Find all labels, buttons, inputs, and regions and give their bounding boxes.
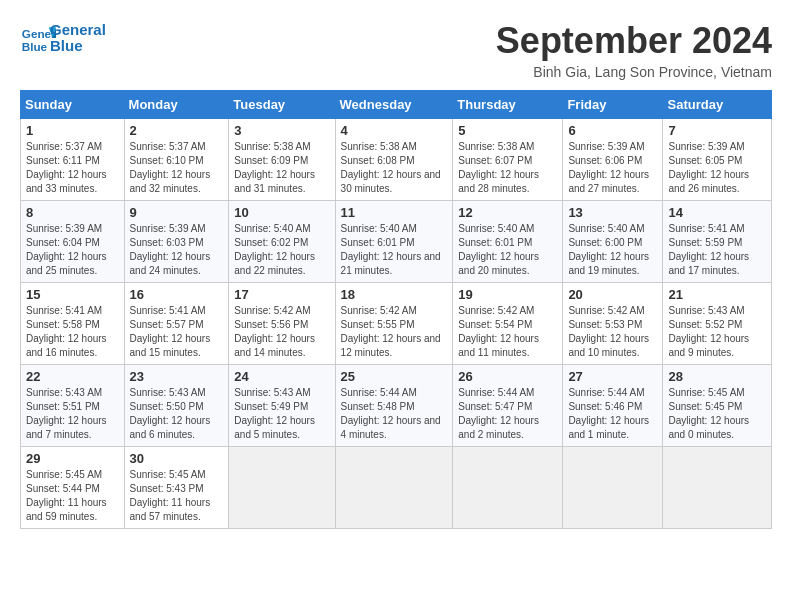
calendar-cell: 21 Sunrise: 5:43 AMSunset: 5:52 PMDaylig… (663, 283, 772, 365)
day-number: 23 (130, 369, 224, 384)
calendar-cell (453, 447, 563, 529)
day-info: Sunrise: 5:40 AMSunset: 6:00 PMDaylight:… (568, 223, 649, 276)
day-number: 7 (668, 123, 766, 138)
calendar-cell: 24 Sunrise: 5:43 AMSunset: 5:49 PMDaylig… (229, 365, 335, 447)
day-number: 17 (234, 287, 329, 302)
calendar-cell: 27 Sunrise: 5:44 AMSunset: 5:46 PMDaylig… (563, 365, 663, 447)
day-info: Sunrise: 5:39 AMSunset: 6:04 PMDaylight:… (26, 223, 107, 276)
day-number: 20 (568, 287, 657, 302)
calendar-week-row: 15 Sunrise: 5:41 AMSunset: 5:58 PMDaylig… (21, 283, 772, 365)
svg-text:Blue: Blue (22, 40, 48, 53)
calendar-cell: 20 Sunrise: 5:42 AMSunset: 5:53 PMDaylig… (563, 283, 663, 365)
day-info: Sunrise: 5:42 AMSunset: 5:55 PMDaylight:… (341, 305, 441, 358)
day-info: Sunrise: 5:40 AMSunset: 6:01 PMDaylight:… (341, 223, 441, 276)
day-number: 24 (234, 369, 329, 384)
day-info: Sunrise: 5:45 AMSunset: 5:45 PMDaylight:… (668, 387, 749, 440)
day-number: 19 (458, 287, 557, 302)
day-header-sunday: Sunday (21, 91, 125, 119)
page-header: General Blue General Blue September 2024… (20, 20, 772, 80)
calendar-cell (335, 447, 453, 529)
day-number: 28 (668, 369, 766, 384)
day-info: Sunrise: 5:42 AMSunset: 5:53 PMDaylight:… (568, 305, 649, 358)
day-info: Sunrise: 5:38 AMSunset: 6:07 PMDaylight:… (458, 141, 539, 194)
day-info: Sunrise: 5:41 AMSunset: 5:59 PMDaylight:… (668, 223, 749, 276)
day-number: 27 (568, 369, 657, 384)
calendar-cell: 25 Sunrise: 5:44 AMSunset: 5:48 PMDaylig… (335, 365, 453, 447)
calendar-cell: 12 Sunrise: 5:40 AMSunset: 6:01 PMDaylig… (453, 201, 563, 283)
day-number: 9 (130, 205, 224, 220)
day-number: 30 (130, 451, 224, 466)
day-info: Sunrise: 5:43 AMSunset: 5:52 PMDaylight:… (668, 305, 749, 358)
day-number: 4 (341, 123, 448, 138)
day-info: Sunrise: 5:45 AMSunset: 5:44 PMDaylight:… (26, 469, 107, 522)
calendar-cell: 10 Sunrise: 5:40 AMSunset: 6:02 PMDaylig… (229, 201, 335, 283)
calendar-cell: 18 Sunrise: 5:42 AMSunset: 5:55 PMDaylig… (335, 283, 453, 365)
day-number: 29 (26, 451, 119, 466)
day-info: Sunrise: 5:40 AMSunset: 6:01 PMDaylight:… (458, 223, 539, 276)
day-info: Sunrise: 5:45 AMSunset: 5:43 PMDaylight:… (130, 469, 211, 522)
logo-line1: General (50, 22, 106, 39)
calendar-cell (229, 447, 335, 529)
month-title: September 2024 (496, 20, 772, 62)
day-number: 5 (458, 123, 557, 138)
calendar-cell: 19 Sunrise: 5:42 AMSunset: 5:54 PMDaylig… (453, 283, 563, 365)
day-header-thursday: Thursday (453, 91, 563, 119)
day-header-monday: Monday (124, 91, 229, 119)
calendar-cell (663, 447, 772, 529)
calendar-cell: 22 Sunrise: 5:43 AMSunset: 5:51 PMDaylig… (21, 365, 125, 447)
calendar-week-row: 29 Sunrise: 5:45 AMSunset: 5:44 PMDaylig… (21, 447, 772, 529)
calendar-header-row: SundayMondayTuesdayWednesdayThursdayFrid… (21, 91, 772, 119)
calendar-cell: 13 Sunrise: 5:40 AMSunset: 6:00 PMDaylig… (563, 201, 663, 283)
calendar-cell (563, 447, 663, 529)
day-info: Sunrise: 5:41 AMSunset: 5:57 PMDaylight:… (130, 305, 211, 358)
day-number: 10 (234, 205, 329, 220)
day-info: Sunrise: 5:43 AMSunset: 5:49 PMDaylight:… (234, 387, 315, 440)
calendar-cell: 4 Sunrise: 5:38 AMSunset: 6:08 PMDayligh… (335, 119, 453, 201)
day-info: Sunrise: 5:38 AMSunset: 6:08 PMDaylight:… (341, 141, 441, 194)
day-number: 6 (568, 123, 657, 138)
calendar-cell: 7 Sunrise: 5:39 AMSunset: 6:05 PMDayligh… (663, 119, 772, 201)
calendar-cell: 11 Sunrise: 5:40 AMSunset: 6:01 PMDaylig… (335, 201, 453, 283)
day-header-tuesday: Tuesday (229, 91, 335, 119)
title-section: September 2024 Binh Gia, Lang Son Provin… (496, 20, 772, 80)
day-info: Sunrise: 5:39 AMSunset: 6:06 PMDaylight:… (568, 141, 649, 194)
day-number: 22 (26, 369, 119, 384)
day-info: Sunrise: 5:39 AMSunset: 6:05 PMDaylight:… (668, 141, 749, 194)
calendar-cell: 30 Sunrise: 5:45 AMSunset: 5:43 PMDaylig… (124, 447, 229, 529)
calendar-cell: 1 Sunrise: 5:37 AMSunset: 6:11 PMDayligh… (21, 119, 125, 201)
day-info: Sunrise: 5:43 AMSunset: 5:50 PMDaylight:… (130, 387, 211, 440)
day-info: Sunrise: 5:42 AMSunset: 5:54 PMDaylight:… (458, 305, 539, 358)
calendar-cell: 29 Sunrise: 5:45 AMSunset: 5:44 PMDaylig… (21, 447, 125, 529)
day-info: Sunrise: 5:40 AMSunset: 6:02 PMDaylight:… (234, 223, 315, 276)
logo: General Blue General Blue (20, 20, 106, 56)
day-header-saturday: Saturday (663, 91, 772, 119)
day-info: Sunrise: 5:41 AMSunset: 5:58 PMDaylight:… (26, 305, 107, 358)
day-info: Sunrise: 5:44 AMSunset: 5:46 PMDaylight:… (568, 387, 649, 440)
day-number: 2 (130, 123, 224, 138)
day-info: Sunrise: 5:42 AMSunset: 5:56 PMDaylight:… (234, 305, 315, 358)
day-info: Sunrise: 5:38 AMSunset: 6:09 PMDaylight:… (234, 141, 315, 194)
day-info: Sunrise: 5:39 AMSunset: 6:03 PMDaylight:… (130, 223, 211, 276)
calendar-week-row: 8 Sunrise: 5:39 AMSunset: 6:04 PMDayligh… (21, 201, 772, 283)
location-title: Binh Gia, Lang Son Province, Vietnam (496, 64, 772, 80)
day-info: Sunrise: 5:43 AMSunset: 5:51 PMDaylight:… (26, 387, 107, 440)
calendar-cell: 26 Sunrise: 5:44 AMSunset: 5:47 PMDaylig… (453, 365, 563, 447)
day-number: 12 (458, 205, 557, 220)
day-info: Sunrise: 5:44 AMSunset: 5:47 PMDaylight:… (458, 387, 539, 440)
day-header-wednesday: Wednesday (335, 91, 453, 119)
day-number: 14 (668, 205, 766, 220)
calendar-cell: 6 Sunrise: 5:39 AMSunset: 6:06 PMDayligh… (563, 119, 663, 201)
day-number: 15 (26, 287, 119, 302)
calendar-body: 1 Sunrise: 5:37 AMSunset: 6:11 PMDayligh… (21, 119, 772, 529)
day-number: 25 (341, 369, 448, 384)
calendar-cell: 5 Sunrise: 5:38 AMSunset: 6:07 PMDayligh… (453, 119, 563, 201)
day-number: 1 (26, 123, 119, 138)
calendar-cell: 8 Sunrise: 5:39 AMSunset: 6:04 PMDayligh… (21, 201, 125, 283)
day-info: Sunrise: 5:37 AMSunset: 6:11 PMDaylight:… (26, 141, 107, 194)
day-number: 18 (341, 287, 448, 302)
day-header-friday: Friday (563, 91, 663, 119)
calendar-week-row: 22 Sunrise: 5:43 AMSunset: 5:51 PMDaylig… (21, 365, 772, 447)
day-number: 3 (234, 123, 329, 138)
calendar-cell: 15 Sunrise: 5:41 AMSunset: 5:58 PMDaylig… (21, 283, 125, 365)
calendar-cell: 14 Sunrise: 5:41 AMSunset: 5:59 PMDaylig… (663, 201, 772, 283)
